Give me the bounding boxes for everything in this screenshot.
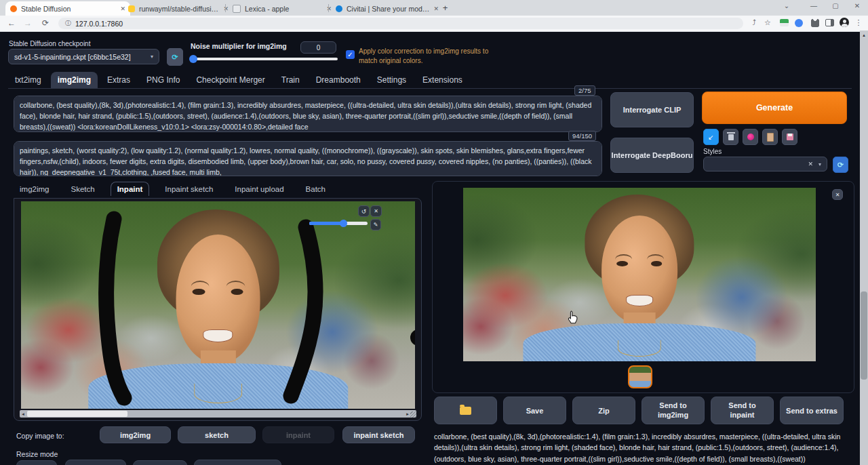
mode-tab-img2img[interactable]: img2img bbox=[14, 182, 55, 196]
tab-img2img[interactable]: img2img bbox=[51, 72, 98, 88]
result-image[interactable] bbox=[463, 188, 816, 361]
inpaint-canvas-panel: ↺ ✕ ✎ ◂ ▸ bbox=[14, 198, 422, 421]
resize-option-1[interactable] bbox=[16, 460, 57, 465]
scroll-left-icon[interactable]: ◂ bbox=[20, 410, 26, 418]
extensions-puzzle-icon[interactable] bbox=[811, 19, 819, 27]
copy-to-inpaint-sketch-button[interactable]: inpaint sketch bbox=[342, 426, 415, 443]
tab-extras[interactable]: Extras bbox=[100, 72, 137, 88]
subject-necklace bbox=[618, 340, 661, 357]
color-correction-checkbox[interactable]: ✓ bbox=[346, 50, 355, 59]
slider-thumb[interactable] bbox=[189, 55, 197, 63]
styles-refresh-button[interactable]: ⟳ bbox=[833, 157, 848, 173]
tab-checkpoint-merger[interactable]: Checkpoint Merger bbox=[189, 72, 271, 88]
interrogate-clip-button[interactable]: Interrogate CLIP bbox=[610, 92, 694, 127]
chevron-down-icon: ▾ bbox=[818, 161, 821, 167]
checkpoint-dropdown[interactable]: sd-v1-5-inpainting.ckpt [c6bbc15e32] ▾ bbox=[8, 49, 159, 64]
mouse-cursor-hand bbox=[568, 310, 578, 324]
tab-extensions[interactable]: Extensions bbox=[416, 72, 469, 88]
window-maximize-icon[interactable]: ▢ bbox=[826, 1, 845, 12]
checkpoint-refresh-button[interactable]: ⟳ bbox=[167, 48, 183, 66]
back-icon[interactable]: ← bbox=[5, 17, 18, 29]
mode-tab-sketch[interactable]: Sketch bbox=[64, 182, 100, 196]
tab-close-icon[interactable]: ✕ bbox=[433, 5, 439, 12]
gallery-thumbnail-selected[interactable] bbox=[628, 365, 652, 388]
scrollbar-thumb[interactable] bbox=[27, 411, 127, 417]
scrollbar-thumb[interactable] bbox=[861, 291, 867, 380]
civitai-favicon-icon bbox=[336, 5, 342, 12]
noise-multiplier-slider[interactable] bbox=[191, 58, 338, 60]
img2img-mode-tab-bar: img2img Sketch Inpaint Inpaint sketch In… bbox=[14, 182, 332, 196]
page-vertical-scrollbar[interactable]: ▴ bbox=[860, 31, 868, 465]
trash-icon bbox=[728, 134, 734, 140]
share-icon[interactable]: ⤴ bbox=[749, 17, 760, 28]
resize-option-3[interactable] bbox=[133, 460, 187, 465]
resize-option-4[interactable] bbox=[194, 460, 281, 465]
extension-blue-icon[interactable] bbox=[795, 19, 803, 27]
resize-option-2[interactable] bbox=[65, 460, 126, 465]
site-info-icon[interactable]: ⓘ bbox=[65, 19, 71, 28]
copy-to-sketch-button[interactable]: sketch bbox=[178, 426, 256, 443]
clipboard-icon bbox=[767, 133, 774, 142]
noise-multiplier-value[interactable]: 0 bbox=[300, 41, 336, 54]
browser-tab-civitai[interactable]: Civitai | Share your models ✕ bbox=[331, 1, 443, 16]
extra-networks-button[interactable] bbox=[743, 129, 758, 145]
window-close-icon[interactable]: ✕ bbox=[848, 1, 867, 12]
generation-info-text: collarbone, (best quality),(8k, 3d),(pho… bbox=[434, 431, 844, 465]
undo-stroke-button[interactable]: ↺ bbox=[358, 205, 370, 217]
inpaint-source-image[interactable] bbox=[21, 201, 415, 409]
clear-selection-icon[interactable]: ✕ bbox=[808, 161, 813, 167]
canvas-horizontal-scrollbar[interactable]: ◂ ▸ bbox=[20, 410, 416, 418]
brush-tool-button[interactable]: ✎ bbox=[370, 219, 381, 230]
mode-tab-inpaint-upload[interactable]: Inpaint upload bbox=[229, 182, 290, 196]
new-tab-button[interactable]: + bbox=[439, 3, 451, 14]
open-folder-button[interactable] bbox=[434, 397, 497, 424]
screen: Stable Diffusion ✕ runwayml/stable-diffu… bbox=[0, 0, 868, 465]
save-style-button[interactable] bbox=[782, 129, 797, 145]
prompt-input[interactable]: collarbone, (best quality),(8k, 3d),(pho… bbox=[14, 96, 602, 132]
bookmark-star-icon[interactable]: ☆ bbox=[762, 17, 773, 28]
send-to-img2img-button[interactable]: Send to img2img bbox=[642, 397, 705, 424]
address-bar[interactable]: ⓘ 127.0.0.1:7860 bbox=[58, 18, 743, 29]
clear-image-button[interactable]: ✕ bbox=[370, 205, 382, 217]
copy-to-img2img-button[interactable]: img2img bbox=[100, 426, 171, 443]
window-minimize-icon[interactable]: — bbox=[804, 1, 823, 12]
resize-grip[interactable] bbox=[410, 411, 416, 418]
slider-thumb[interactable] bbox=[340, 220, 347, 227]
forward-icon[interactable]: → bbox=[22, 17, 34, 29]
mode-tab-inpaint-sketch[interactable]: Inpaint sketch bbox=[159, 182, 219, 196]
close-icon: ✕ bbox=[835, 192, 840, 198]
paste-generation-params-button[interactable]: ↙ bbox=[703, 129, 719, 145]
send-to-extras-button[interactable]: Send to extras bbox=[780, 397, 844, 424]
brush-size-slider[interactable] bbox=[309, 222, 368, 225]
side-panel-icon[interactable] bbox=[825, 19, 834, 26]
close-icon: ✕ bbox=[374, 208, 378, 214]
send-to-inpaint-button[interactable]: Send to inpaint bbox=[711, 397, 774, 424]
tab-train[interactable]: Train bbox=[275, 72, 307, 88]
mode-tab-batch[interactable]: Batch bbox=[300, 182, 332, 196]
zip-button[interactable]: Zip bbox=[572, 397, 635, 424]
tab-settings[interactable]: Settings bbox=[370, 72, 413, 88]
browser-tab-runwayml[interactable]: runwayml/stable-diffusion-inpa ✕ bbox=[123, 1, 233, 16]
browser-menu-icon[interactable]: ⋮ bbox=[853, 17, 864, 28]
window-chevron-icon[interactable]: ⌄ bbox=[777, 1, 796, 12]
profile-avatar[interactable] bbox=[840, 18, 849, 27]
reload-icon[interactable]: ⟳ bbox=[39, 17, 52, 29]
generate-button[interactable]: Generate bbox=[702, 92, 847, 124]
copy-image-to-label: Copy image to: bbox=[16, 432, 64, 440]
negative-prompt-input[interactable]: paintings, sketch, (worst quality:2), (l… bbox=[14, 141, 602, 176]
tab-txt2img[interactable]: txt2img bbox=[8, 72, 48, 88]
extension-shortcut-icon[interactable] bbox=[780, 19, 789, 26]
tab-png-info[interactable]: PNG Info bbox=[140, 72, 186, 88]
browser-tab-lexica[interactable]: Lexica - apple ✕ bbox=[228, 1, 336, 16]
save-button[interactable]: Save bbox=[503, 397, 566, 424]
color-correction-label[interactable]: Apply color correction to img2img result… bbox=[359, 47, 498, 65]
close-gallery-button[interactable]: ✕ bbox=[832, 189, 843, 200]
interrogate-deepbooru-button[interactable]: Interrogate DeepBooru bbox=[610, 138, 694, 173]
mode-tab-inpaint[interactable]: Inpaint bbox=[111, 182, 150, 196]
tab-dreambooth[interactable]: Dreambooth bbox=[309, 72, 368, 88]
apply-styles-button[interactable] bbox=[762, 129, 778, 145]
scroll-up-icon[interactable]: ▴ bbox=[861, 31, 867, 39]
styles-dropdown[interactable]: ✕ ▾ bbox=[703, 157, 827, 171]
clear-prompt-button[interactable] bbox=[723, 129, 738, 145]
browser-tab-stable-diffusion[interactable]: Stable Diffusion ✕ bbox=[5, 1, 130, 16]
